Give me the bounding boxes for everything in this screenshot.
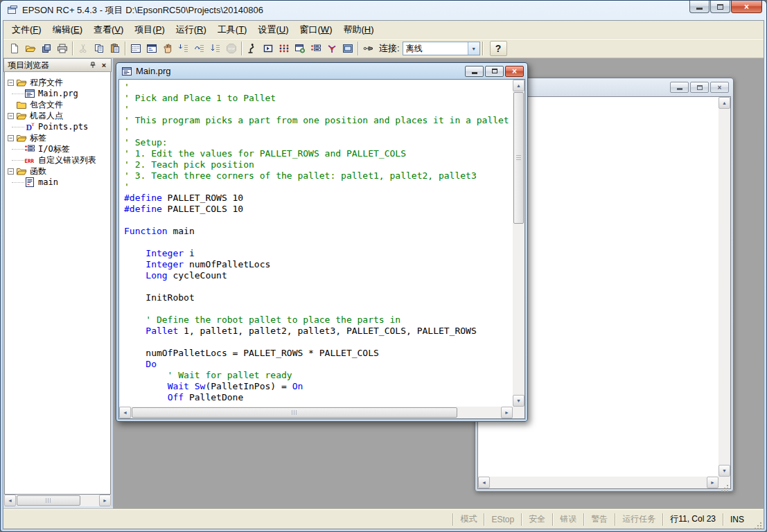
code-line (124, 303, 513, 314)
folder-open-icon (16, 77, 30, 88)
minimize-button[interactable] (689, 1, 709, 13)
svg-text:ERR: ERR (25, 158, 35, 164)
code-line: Long cycleCount (124, 270, 513, 281)
code-line: ' (124, 82, 513, 93)
status-safety: 安全 (521, 513, 552, 526)
title-bar[interactable]: EPSON RC+ 5.4.3 - 项目 D:\EpsonRC50\Projec… (1, 1, 766, 20)
toolbar-button-vision[interactable] (340, 41, 355, 57)
toolbar-button-task-manager[interactable] (292, 41, 308, 57)
editor-window-title: Main.prg (136, 66, 464, 76)
toolbar-button-io-label-editor[interactable] (308, 41, 324, 57)
panel-close-icon[interactable]: × (98, 60, 109, 71)
tree-expander-icon[interactable]: − (8, 135, 14, 141)
toolbar-button-robot-manager[interactable] (244, 41, 260, 57)
toolbar-button-walk[interactable] (207, 41, 223, 57)
prg-file-icon (121, 66, 132, 77)
code-line (124, 337, 513, 348)
close-button[interactable]: × (731, 1, 762, 13)
menu-item-h[interactable]: 帮助(H) (337, 21, 379, 38)
toolbar-button-new-file[interactable] (6, 41, 22, 57)
chevron-down-icon[interactable]: ▼ (468, 42, 479, 55)
tree-item-[interactable]: −标签 (5, 132, 110, 143)
code-line: ' (124, 181, 513, 193)
editor-h-scrollbar[interactable]: ◄ ► (119, 407, 513, 418)
toolbar-button-stop: STOP (223, 41, 239, 57)
window-title: EPSON RC+ 5.4.3 - 项目 D:\EpsonRC50\Projec… (22, 4, 263, 17)
tree-item-[interactable]: −机器人点 (5, 110, 110, 121)
maximize-button[interactable] (710, 1, 730, 13)
status-bar: 模式EStop安全错误警告运行任务行11, Col 23INS (3, 509, 764, 529)
toolbar-button-print[interactable] (54, 41, 70, 57)
tree-expander-icon[interactable]: − (8, 168, 14, 175)
tree-item-[interactable]: 包含文件 (5, 99, 110, 110)
toolbar-button-connect[interactable] (360, 41, 376, 57)
pin-icon[interactable] (87, 60, 98, 71)
toolbar-button-open-project[interactable] (22, 41, 38, 57)
menu-item-v[interactable]: 查看(V) (88, 21, 129, 38)
toolbar-button-command-window[interactable] (127, 41, 143, 57)
menu-item-u[interactable]: 设置(U) (252, 21, 294, 38)
connection-select[interactable]: 离线 ▼ (403, 42, 480, 55)
menu-item-p[interactable]: 项目(P) (129, 21, 170, 38)
bg-h-scrollbar[interactable]: ◄ ► (478, 477, 718, 488)
tree-expander-icon[interactable]: − (8, 80, 14, 86)
menu-item-w[interactable]: 窗口(W) (294, 21, 338, 38)
tree-item-mainprg[interactable]: Main.prg (5, 88, 110, 99)
menu-item-r[interactable]: 运行(R) (170, 21, 212, 38)
tree-item-label: 程序文件 (30, 77, 63, 89)
tree-item-pointspts[interactable]: DPoints.pts (5, 121, 110, 132)
code-line: #define PALLET_ROWS 10 (124, 193, 513, 204)
bg-close-button[interactable]: × (710, 82, 729, 93)
toolbar-button-operator-window[interactable] (260, 41, 276, 57)
toolbar-button-pause[interactable] (159, 41, 175, 57)
tree-item-label: 自定义错误列表 (38, 154, 96, 166)
help-button[interactable]: ? (490, 41, 507, 56)
bg-v-scrollbar[interactable]: ▲ ▼ (718, 97, 730, 477)
tree-item-[interactable]: ERR自定义错误列表 (5, 154, 110, 166)
func-file-icon (24, 177, 38, 188)
code-line: ' Pick and Place 1 to Pallet (124, 93, 513, 104)
toolbar-button-step-into[interactable] (175, 41, 191, 57)
code-area[interactable]: '' Pick and Place 1 to Pallet'' This pro… (119, 80, 513, 407)
bg-maximize-button[interactable] (690, 82, 709, 93)
tree-item-[interactable]: −函数 (5, 166, 110, 177)
toolbar-button-run-window[interactable] (143, 41, 159, 57)
code-line: InitRobot (124, 292, 513, 303)
toolbar-button-step-over[interactable] (191, 41, 207, 57)
app-body: 文件(F)编辑(E)查看(V)项目(P)运行(R)工具(T)设置(U)窗口(W)… (3, 20, 764, 529)
bg-minimize-button[interactable] (670, 82, 689, 93)
connect-label: 连接: (379, 42, 400, 55)
mdi-area: × ▲ ▼ ◄ ► (113, 58, 764, 509)
status-estop: EStop (484, 513, 521, 526)
code-line (124, 237, 513, 248)
bg-resize-grip[interactable] (718, 477, 730, 488)
connection-value: 离线 (403, 43, 468, 55)
window-resize-grip[interactable] (751, 513, 764, 526)
toolbar-button-paste[interactable] (107, 41, 123, 57)
tree-expander-icon[interactable]: − (8, 113, 14, 119)
folder-open-icon (16, 110, 30, 121)
code-line: Function main (124, 226, 513, 237)
toolbar-button-save-all[interactable] (38, 41, 54, 57)
toolbar-separator (125, 42, 125, 55)
tree-item-io[interactable]: I/O标签 (5, 143, 110, 154)
editor-window-titlebar[interactable]: Main.prg × (118, 63, 525, 79)
editor-maximize-button[interactable] (485, 66, 504, 77)
editor-minimize-button[interactable] (465, 66, 484, 77)
code-line: #define PALLET_COLS 10 (124, 204, 513, 215)
sidebar-h-scrollbar[interactable]: ◄ ► (4, 495, 111, 506)
status-error: 错误 (552, 513, 583, 526)
editor-close-button[interactable]: × (505, 66, 524, 77)
menu-item-t[interactable]: 工具(T) (212, 21, 253, 38)
menu-item-f[interactable]: 文件(F) (6, 21, 47, 38)
editor-v-scrollbar[interactable]: ▲ ▼ (513, 80, 524, 407)
status-mode: 模式 (452, 513, 484, 526)
tree-item-[interactable]: −程序文件 (5, 77, 110, 88)
pts-file-icon: D (24, 121, 38, 132)
toolbar-button-copy[interactable] (91, 41, 107, 57)
editor-window[interactable]: Main.prg × '' Pick and Place 1 to Pallet… (116, 62, 528, 422)
menu-item-e[interactable]: 编辑(E) (47, 21, 88, 38)
tree-item-main[interactable]: main (5, 177, 110, 188)
toolbar-button-simulator[interactable] (324, 41, 340, 57)
toolbar-button-io-monitor[interactable] (276, 41, 292, 57)
